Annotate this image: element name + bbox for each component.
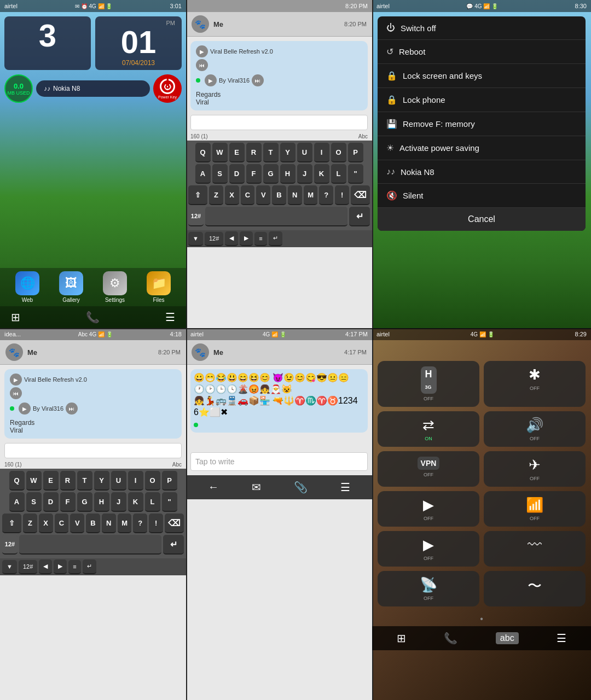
bl-key-enter[interactable]: ↵ [163,535,184,555]
kb-enter[interactable]: ↵ [269,231,282,246]
bl-key-A[interactable]: A [9,492,25,512]
key-M[interactable]: M [304,185,318,205]
menu-remove-memory[interactable]: 💾 Remove F: memory [378,112,586,136]
msg-input-tm[interactable] [190,115,368,130]
toggle-airplane[interactable]: ✈ OFF [484,451,586,487]
key-O[interactable]: O [331,143,346,162]
bl-key-backspace[interactable]: ⌫ [165,514,184,533]
toggle-wifi2[interactable]: 📡 OFF [378,571,479,606]
key-D[interactable]: D [229,164,245,184]
msg-input-bl[interactable] [4,443,182,458]
key-Z[interactable]: Z [209,185,223,205]
key-exclaim[interactable]: ! [335,185,349,205]
bl-key-C[interactable]: C [55,514,69,533]
bl-key-S[interactable]: S [26,492,42,512]
bl-key-P[interactable]: P [162,471,177,491]
key-V[interactable]: V [256,185,270,205]
menu-reboot[interactable]: ↺ Reboot [378,40,586,64]
bl-key-num[interactable]: 12# [2,535,18,555]
bl-key-X[interactable]: X [39,514,53,533]
key-P[interactable]: P [348,143,363,162]
dock-files[interactable]: 📁 Files [147,271,171,303]
power-key-widget[interactable]: ⏻ Power Key [153,74,182,103]
key-I[interactable]: I [314,143,329,162]
key-num[interactable]: 12# [188,207,204,226]
br-menu-icon[interactable]: ☰ [557,632,566,645]
toggle-vpn[interactable]: VPN OFF [378,451,479,487]
key-N[interactable]: N [288,185,302,205]
kb-arrow-down[interactable]: ▼ [188,232,203,246]
bl-key-B[interactable]: B [86,514,100,533]
dock-gallery[interactable]: 🖼 Gallery [59,271,83,303]
bl-key-K[interactable]: K [128,492,143,512]
play-btn2-bl[interactable]: ▶ [19,402,31,415]
menu-switch-off[interactable]: ⏻ Switch off [378,16,586,40]
bl-key-L[interactable]: L [145,492,160,512]
nav-attach-icon[interactable]: 📎 [294,481,308,494]
fwd-btn-bl[interactable]: ⏭ [66,402,78,415]
menu-power-saving[interactable]: ☀ Activate power saving [378,136,586,160]
br-grid-icon[interactable]: ⊞ [397,632,406,645]
menu-lock-screen[interactable]: 🔒 Lock screen and keys [378,64,586,88]
grid-icon[interactable]: ⊞ [11,311,20,324]
bl-key-quote[interactable]: " [162,492,177,512]
bl-key-I[interactable]: I [128,471,143,491]
br-text-btn[interactable]: abc [496,632,519,644]
data-usage-widget[interactable]: 0.0 MB USED [4,74,33,103]
bl-left[interactable]: ◀ [39,559,52,574]
toggle-3g[interactable]: H3G OFF [378,361,479,407]
bl-key-Z[interactable]: Z [23,514,37,533]
bl-key-shift[interactable]: ⇧ [2,514,21,533]
key-R[interactable]: R [246,143,262,162]
key-T[interactable]: T [263,143,279,162]
key-space[interactable] [205,207,347,226]
bl-key-question[interactable]: ? [133,514,147,533]
toggle-wifi1[interactable]: 📶 OFF [484,491,586,527]
rewind-btn-tm[interactable]: ⏮ [196,59,208,71]
key-C[interactable]: C [241,185,255,205]
bl-key-N[interactable]: N [102,514,116,533]
key-K[interactable]: K [314,164,329,184]
play-btn2-tm[interactable]: ▶ [205,74,217,86]
bl-key-F[interactable]: F [60,492,76,512]
key-A[interactable]: A [195,164,211,184]
key-W[interactable]: W [212,143,228,162]
toggle-sound[interactable]: 🔊 OFF [484,411,586,447]
bl-key-R[interactable]: R [60,471,76,491]
bl-key-V[interactable]: V [70,514,84,533]
key-G[interactable]: G [263,164,279,184]
tap-to-write-input[interactable]: Tap to write [190,452,368,471]
key-shift[interactable]: ⇧ [188,185,207,205]
bl-key-W[interactable]: W [26,471,42,491]
nav-email-icon[interactable]: ✉ [252,481,261,494]
toggle-play2[interactable]: ▶ OFF [378,531,479,567]
menu-nokia-n8[interactable]: ♪♪ Nokia N8 [378,160,586,184]
menu-silent[interactable]: 🔇 Silent [378,184,586,208]
bl-key-Y[interactable]: Y [94,471,109,491]
kb-num[interactable]: 12# [205,232,223,246]
kb-menu[interactable]: ≡ [254,232,266,246]
toggle-wave[interactable]: 〰 [484,531,586,567]
key-Q[interactable]: Q [195,143,211,162]
key-enter[interactable]: ↵ [349,207,370,226]
bl-key-Q[interactable]: Q [9,471,25,491]
key-U[interactable]: U [297,143,312,162]
bl-right[interactable]: ▶ [54,559,67,574]
key-J[interactable]: J [297,164,312,184]
bl-menu[interactable]: ≡ [68,560,80,574]
menu-lock-phone[interactable]: 🔒 Lock phone [378,88,586,112]
key-X[interactable]: X [225,185,239,205]
kb-left[interactable]: ◀ [225,231,238,246]
key-quote[interactable]: " [348,164,363,184]
key-L[interactable]: L [331,164,346,184]
bl-key-D[interactable]: D [43,492,59,512]
toggle-extra[interactable]: 〜 [484,571,586,606]
play-btn-tm[interactable]: ▶ [196,45,208,57]
fwd-btn-tm[interactable]: ⏭ [252,74,264,86]
menu-cancel[interactable]: Cancel [378,208,586,231]
key-backspace[interactable]: ⌫ [351,185,370,205]
key-B[interactable]: B [272,185,286,205]
rewind-btn-bl[interactable]: ⏮ [10,387,22,399]
toggle-bluetooth[interactable]: ✱ OFF [484,361,586,407]
bl-key-E[interactable]: E [43,471,59,491]
